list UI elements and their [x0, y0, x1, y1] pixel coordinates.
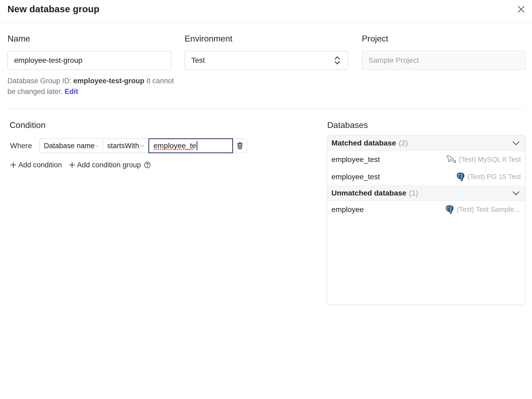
help-icon[interactable]	[144, 161, 151, 168]
name-label: Name	[7, 34, 30, 44]
delete-condition-button[interactable]	[233, 138, 247, 153]
database-instance: (Test) MySQL 8 Test	[459, 155, 521, 164]
project-label: Project	[362, 34, 388, 44]
matched-database-count: (2)	[399, 139, 408, 147]
environment-select[interactable]: Test	[185, 51, 348, 70]
chevron-down-icon	[511, 138, 521, 148]
databases-heading: Databases	[327, 120, 368, 130]
dialog-title: New database group	[7, 4, 99, 14]
add-condition-group-button[interactable]: Add condition group	[69, 161, 141, 169]
text-caret	[197, 141, 197, 150]
matched-database-title: Matched database	[331, 139, 396, 147]
database-row[interactable]: employee_test (Test) MySQL 8 Test	[327, 151, 525, 168]
name-input-value: employee-test-group	[8, 56, 82, 65]
chevron-down-icon	[95, 142, 99, 149]
chevron-down-icon	[139, 142, 145, 149]
unmatched-database-header[interactable]: Unmatched database (1)	[327, 185, 525, 201]
unmatched-database-count: (1)	[409, 189, 418, 197]
where-label: Where	[10, 138, 32, 153]
database-instance-info: (Test) MySQL 8 Test	[446, 155, 521, 164]
database-name: employee	[331, 205, 364, 214]
database-row[interactable]: employee (Test) Test Sample…	[327, 201, 525, 218]
condition-actions: Add condition Add condition group	[10, 160, 151, 169]
database-instance-info: (Test) PG 15 Test	[456, 172, 521, 182]
helper-group-id: employee-test-group	[73, 77, 144, 85]
plus-icon	[69, 162, 75, 168]
unmatched-database-title: Unmatched database	[331, 189, 406, 197]
environment-label: Environment	[185, 34, 232, 44]
add-condition-button[interactable]: Add condition	[10, 161, 62, 169]
add-condition-label: Add condition	[18, 161, 62, 169]
helper-prefix: Database Group ID:	[7, 77, 73, 85]
spellcheck-underline	[154, 149, 193, 150]
project-input: Sample Project	[362, 51, 526, 70]
chevron-down-icon	[511, 188, 521, 198]
database-name: employee_test	[331, 173, 380, 181]
section-divider	[6, 109, 526, 109]
database-instance: (Test) Test Sample…	[457, 205, 521, 214]
database-instance-info: (Test) Test Sample…	[445, 205, 521, 214]
project-input-value: Sample Project	[362, 56, 419, 65]
name-input[interactable]: employee-test-group	[7, 51, 171, 70]
condition-operator-value: startsWith	[107, 142, 139, 150]
mysql-icon	[446, 155, 456, 164]
plus-icon	[10, 162, 16, 168]
condition-factor-value: Database name	[44, 142, 95, 150]
database-row[interactable]: employee_test (Test) PG 15 Test	[327, 168, 525, 185]
database-name: employee_test	[331, 155, 380, 164]
postgresql-icon	[445, 205, 454, 214]
databases-panel: Matched database (2) employee_test (Test…	[327, 135, 526, 305]
condition-value-input[interactable]: employee_te	[148, 138, 233, 153]
condition-heading: Condition	[10, 120, 45, 130]
condition-operator-select[interactable]: startsWith	[103, 138, 149, 153]
edit-link[interactable]: Edit	[65, 88, 78, 95]
postgresql-icon	[456, 172, 465, 182]
group-id-helper: Database Group ID: employee-test-group I…	[7, 76, 179, 97]
trash-icon	[237, 142, 243, 149]
condition-factor-select[interactable]: Database name	[39, 138, 103, 153]
database-instance: (Test) PG 15 Test	[468, 173, 521, 181]
add-condition-group-label: Add condition group	[77, 161, 141, 169]
header-divider	[0, 22, 532, 23]
matched-database-header[interactable]: Matched database (2)	[327, 135, 525, 151]
unfold-icon	[333, 55, 342, 65]
condition-row: Database name startsWith employee_te	[39, 138, 247, 153]
close-icon[interactable]	[517, 5, 525, 13]
environment-select-value: Test	[185, 56, 205, 65]
